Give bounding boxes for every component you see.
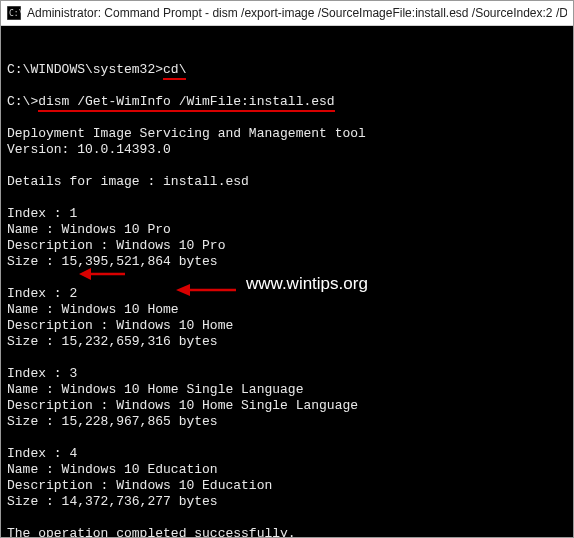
window-title: Administrator: Command Prompt - dism /ex…	[27, 6, 567, 20]
index1-desc: Description : Windows 10 Pro	[7, 238, 225, 253]
index4-desc: Description : Windows 10 Education	[7, 478, 272, 493]
index2-name-value: Windows 10 Home	[62, 302, 179, 317]
watermark-text: www.wintips.org	[246, 276, 368, 292]
index1-size: Size : 15,395,521,864 bytes	[7, 254, 218, 269]
index2-name-prefix: Name :	[7, 302, 62, 317]
cmd-cd: cd\	[163, 62, 186, 80]
blank-line	[7, 46, 15, 61]
cmd-dism: dism /Get-WimInfo /WimFile:install.esd	[38, 94, 334, 112]
details-line: Details for image : install.esd	[7, 174, 249, 189]
index3-name: Name : Windows 10 Home Single Language	[7, 382, 303, 397]
prompt-path: C:\WINDOWS\system32>	[7, 62, 163, 77]
index2-desc: Description : Windows 10 Home	[7, 318, 233, 333]
version-line: Version: 10.0.14393.0	[7, 142, 171, 157]
arrow-annotation-name2	[176, 281, 238, 299]
index4-index: Index : 4	[7, 446, 77, 461]
index3-index: Index : 3	[7, 366, 77, 381]
titlebar[interactable]: C:\ Administrator: Command Prompt - dism…	[1, 1, 573, 26]
success-line: The operation completed successfully.	[7, 526, 296, 537]
index3-desc: Description : Windows 10 Home Single Lan…	[7, 398, 358, 413]
index1-index: Index : 1	[7, 206, 77, 221]
tool-name-line: Deployment Image Servicing and Managemen…	[7, 126, 366, 141]
index3-size: Size : 15,228,967,865 bytes	[7, 414, 218, 429]
console-output[interactable]: C:\WINDOWS\system32>cd\ C:\>dism /Get-Wi…	[1, 26, 573, 537]
index2-size: Size : 15,232,659,316 bytes	[7, 334, 218, 349]
prompt-path: C:\>	[7, 94, 38, 109]
index2-index: Index : 2	[7, 286, 77, 301]
index4-size: Size : 14,372,736,277 bytes	[7, 494, 218, 509]
svg-text:C:\: C:\	[9, 9, 21, 18]
index4-name: Name : Windows 10 Education	[7, 462, 218, 477]
svg-marker-5	[176, 284, 190, 296]
command-prompt-window: C:\ Administrator: Command Prompt - dism…	[0, 0, 574, 538]
cmd-icon: C:\	[7, 6, 21, 20]
index1-name: Name : Windows 10 Pro	[7, 222, 171, 237]
svg-marker-3	[79, 268, 91, 280]
